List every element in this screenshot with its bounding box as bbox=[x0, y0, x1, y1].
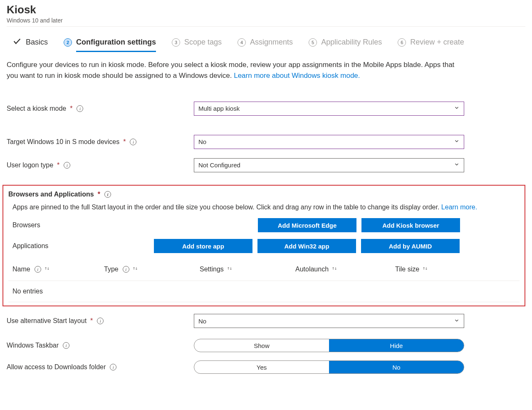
browsers-apps-desc: Apps are pinned to the full Start layout… bbox=[8, 198, 520, 217]
required-star: * bbox=[90, 317, 93, 325]
required-star: * bbox=[70, 105, 72, 112]
browsers-label: Browsers bbox=[12, 221, 154, 229]
sort-icon[interactable] bbox=[331, 266, 338, 273]
required-star: * bbox=[98, 191, 100, 198]
kiosk-mode-label: Select a kiosk mode * i bbox=[7, 105, 194, 112]
add-edge-button[interactable]: Add Microsoft Edge bbox=[258, 218, 356, 232]
s-mode-select[interactable]: No bbox=[194, 135, 464, 149]
downloads-label: Allow access to Downloads folder i bbox=[7, 363, 194, 371]
taskbar-show-option[interactable]: Show bbox=[194, 339, 329, 352]
info-icon[interactable]: i bbox=[77, 105, 83, 112]
wizard-step-applicability[interactable]: 5 Applicability Rules bbox=[309, 38, 382, 47]
add-win32-app-button[interactable]: Add Win32 app bbox=[257, 239, 356, 253]
learn-more-kiosk-link[interactable]: Learn more about Windows kiosk mode. bbox=[234, 72, 360, 80]
sort-icon[interactable] bbox=[422, 266, 428, 273]
learn-more-apps-link[interactable]: Learn more. bbox=[441, 204, 477, 211]
wizard-step-configuration[interactable]: 2 Configuration settings bbox=[64, 38, 156, 47]
chevron-down-icon bbox=[454, 138, 460, 145]
col-name[interactable]: Name i bbox=[12, 266, 87, 273]
page-title: Kiosk bbox=[7, 3, 525, 16]
page-header: Kiosk Windows 10 and later bbox=[7, 0, 525, 27]
info-icon[interactable]: i bbox=[104, 191, 111, 198]
required-star: * bbox=[57, 162, 59, 169]
intro-text: Configure your devices to run in kiosk m… bbox=[7, 52, 468, 85]
downloads-no-option[interactable]: No bbox=[329, 361, 464, 373]
wizard-step-basics[interactable]: Basics bbox=[12, 37, 48, 48]
alt-start-label: Use alternative Start layout * i bbox=[7, 317, 194, 325]
info-icon[interactable]: i bbox=[63, 342, 69, 349]
apps-table-header: Name i Type i Settings Autolaun bbox=[8, 255, 520, 281]
wizard-step-assignments[interactable]: 4 Assignments bbox=[238, 38, 293, 47]
s-mode-label: Target Windows 10 in S mode devices * i bbox=[7, 138, 194, 146]
chevron-down-icon bbox=[454, 162, 460, 169]
taskbar-hide-option[interactable]: Hide bbox=[329, 339, 464, 352]
add-store-app-button[interactable]: Add store app bbox=[154, 239, 252, 253]
browsers-apps-section: Browsers and Applications * i Apps are p… bbox=[2, 185, 525, 307]
col-settings[interactable]: Settings bbox=[200, 266, 279, 273]
required-star: * bbox=[123, 138, 126, 146]
info-icon[interactable]: i bbox=[130, 139, 136, 145]
col-type[interactable]: Type i bbox=[104, 266, 183, 273]
taskbar-toggle[interactable]: Show Hide bbox=[194, 339, 464, 352]
browsers-apps-title: Browsers and Applications * i bbox=[8, 191, 520, 198]
check-icon bbox=[12, 37, 22, 48]
alt-start-select[interactable]: No bbox=[194, 314, 464, 328]
page-subtitle: Windows 10 and later bbox=[7, 17, 525, 24]
info-icon[interactable]: i bbox=[64, 162, 70, 169]
kiosk-mode-select[interactable]: Multi app kiosk bbox=[194, 102, 464, 116]
apps-table-empty: No entries bbox=[8, 281, 520, 302]
sort-icon[interactable] bbox=[226, 266, 233, 273]
wizard-step-review[interactable]: 6 Review + create bbox=[398, 38, 464, 47]
sort-icon[interactable] bbox=[44, 266, 50, 273]
col-tile-size[interactable]: Tile size bbox=[395, 266, 462, 273]
logon-type-select[interactable]: Not Configured bbox=[194, 158, 464, 172]
add-aumid-button[interactable]: Add by AUMID bbox=[361, 239, 460, 253]
info-icon[interactable]: i bbox=[123, 266, 129, 273]
chevron-down-icon bbox=[454, 105, 460, 112]
col-autolaunch[interactable]: Autolaunch bbox=[295, 266, 379, 273]
downloads-yes-option[interactable]: Yes bbox=[194, 361, 329, 373]
sort-icon[interactable] bbox=[132, 266, 139, 273]
info-icon[interactable]: i bbox=[97, 318, 104, 324]
info-icon[interactable]: i bbox=[35, 266, 41, 273]
downloads-toggle[interactable]: Yes No bbox=[194, 360, 464, 374]
info-icon[interactable]: i bbox=[110, 364, 116, 370]
chevron-down-icon bbox=[454, 318, 460, 325]
wizard-step-scope-tags[interactable]: 3 Scope tags bbox=[172, 38, 222, 47]
applications-label: Applications bbox=[12, 242, 154, 250]
wizard-steps: Basics 2 Configuration settings 3 Scope … bbox=[7, 29, 525, 52]
add-kiosk-browser-button[interactable]: Add Kiosk browser bbox=[361, 218, 460, 232]
logon-type-label: User logon type * i bbox=[7, 162, 194, 169]
taskbar-label: Windows Taskbar i bbox=[7, 342, 194, 349]
